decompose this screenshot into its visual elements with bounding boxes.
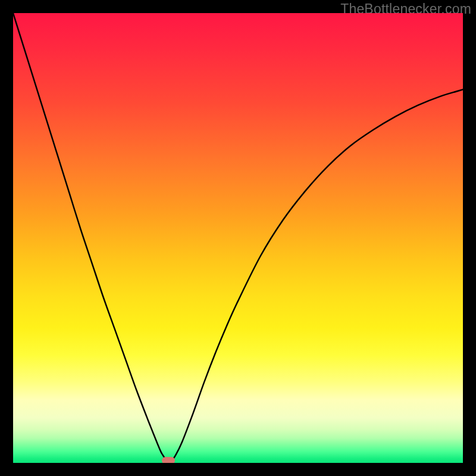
plot-area — [13, 13, 463, 463]
optimal-point-marker — [162, 457, 175, 463]
chart-stage: TheBottlenecker.com — [0, 0, 476, 476]
bottleneck-curve — [13, 13, 463, 463]
